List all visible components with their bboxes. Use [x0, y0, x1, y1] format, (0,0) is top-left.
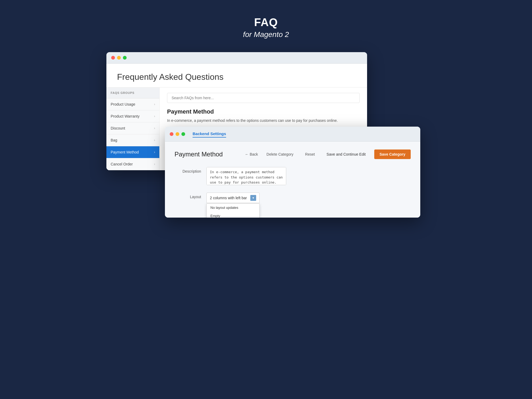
minimize-button-icon[interactable] — [176, 132, 179, 136]
faq-titlebar — [106, 52, 367, 64]
sidebar-item-label: Payment Method — [111, 150, 139, 154]
layout-select-display[interactable]: 2 columns with left bar ▾ — [206, 193, 260, 203]
back-button[interactable]: ← Back — [245, 151, 258, 158]
layout-label: Layout — [174, 193, 201, 199]
sidebar-item-label: Product Warranty — [111, 114, 139, 118]
chevron-right-icon: › — [154, 138, 155, 142]
description-input-area: In e-commerce, a payment method refers t… — [206, 167, 411, 186]
sidebar-item-label: Bag — [111, 138, 117, 142]
chevron-right-icon: › — [154, 102, 155, 106]
faq-sidebar: FAQS GROUPS Product Usage › Product Warr… — [106, 88, 160, 170]
close-button-icon[interactable] — [170, 132, 173, 136]
sidebar-item-payment-method[interactable]: Payment Method › — [106, 146, 159, 158]
sidebar-item-cancel-order[interactable]: Cancel Order › — [106, 158, 159, 170]
page-header: FAQ for Magento 2 — [0, 0, 532, 52]
backend-titlebar: Backend Settings — [165, 127, 420, 142]
layout-dropdown-wrapper: 2 columns with left bar ▾ No layout upda… — [206, 193, 260, 203]
sidebar-item-label: Discount — [111, 126, 125, 130]
search-input[interactable] — [167, 93, 360, 103]
description-label: Description — [174, 167, 201, 173]
sidebar-item-product-warranty[interactable]: Product Warranty › — [106, 110, 159, 122]
chevron-right-icon: › — [154, 114, 155, 118]
backend-window: Backend Settings Payment Method ← Back D… — [165, 127, 420, 218]
page-subtitle: for Magento 2 — [0, 30, 532, 39]
layout-input-area: 2 columns with left bar ▾ No layout upda… — [206, 193, 411, 203]
maximize-button-icon[interactable] — [123, 56, 127, 60]
dropdown-option-empty[interactable]: Empty — [207, 212, 259, 218]
layout-form-row: Layout 2 columns with left bar ▾ No layo… — [174, 193, 411, 203]
category-description: In e-commerce, a payment method refers t… — [167, 118, 360, 123]
tab-backend-settings[interactable]: Backend Settings — [193, 130, 226, 138]
backend-content: Payment Method ← Back Delete Category Re… — [165, 142, 420, 218]
sidebar-item-discount[interactable]: Discount › — [106, 122, 159, 134]
dropdown-option-no-layout[interactable]: No layout updates — [207, 203, 259, 212]
delete-category-button[interactable]: Delete Category — [263, 151, 297, 158]
layout-dropdown-menu: No layout updates Empty 1 column 2 colum… — [206, 203, 260, 218]
description-textarea[interactable]: In e-commerce, a payment method refers t… — [206, 167, 286, 185]
backend-page-title: Payment Method — [174, 151, 223, 158]
save-category-button[interactable]: Save Category — [374, 149, 411, 159]
chevron-right-icon: › — [154, 126, 155, 130]
category-title: Payment Method — [167, 108, 360, 115]
dropdown-arrow-icon[interactable]: ▾ — [250, 195, 256, 201]
faq-page-title: Frequently Asked Questions — [106, 64, 367, 88]
windows-container: Frequently Asked Questions FAQS GROUPS P… — [106, 52, 426, 170]
layout-selected-value: 2 columns with left bar — [210, 196, 247, 200]
close-button-icon[interactable] — [111, 56, 115, 60]
maximize-button-icon[interactable] — [181, 132, 185, 136]
save-and-continue-button[interactable]: Save and Continue Edit — [323, 151, 369, 158]
page-title: FAQ — [0, 16, 532, 29]
chevron-right-icon: › — [154, 162, 155, 166]
reset-button[interactable]: Reset — [302, 151, 318, 158]
sidebar-header: FAQS GROUPS — [106, 88, 159, 98]
description-form-row: Description In e-commerce, a payment met… — [174, 167, 411, 186]
backend-page-header: Payment Method ← Back Delete Category Re… — [174, 149, 411, 159]
minimize-button-icon[interactable] — [117, 56, 121, 60]
sidebar-item-label: Cancel Order — [111, 162, 133, 166]
sidebar-item-product-usage[interactable]: Product Usage › — [106, 98, 159, 110]
chevron-right-icon: › — [154, 150, 155, 154]
sidebar-item-label: Product Usage — [111, 102, 135, 106]
sidebar-item-bag[interactable]: Bag › — [106, 134, 159, 146]
